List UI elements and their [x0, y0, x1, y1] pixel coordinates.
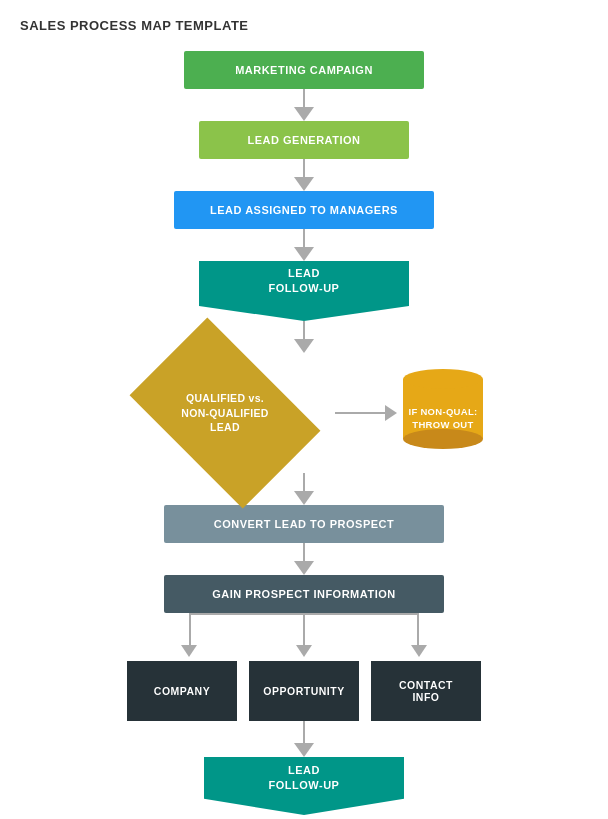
- page-title: SALES PROCESS MAP TEMPLATE: [20, 18, 588, 33]
- arrow-4: [20, 321, 588, 353]
- arrow-5: [20, 473, 588, 505]
- flowchart: MARKETING CAMPAIGN LEAD GENERATION LEAD …: [20, 51, 588, 815]
- arrow-6: [20, 543, 588, 575]
- diamond-col: QUALIFIED vs.NON-QUALIFIEDLEAD: [125, 353, 325, 473]
- arrow-1: [20, 89, 588, 121]
- qualified-row: QUALIFIED vs.NON-QUALIFIEDLEAD IF NON-QU…: [20, 353, 588, 473]
- arrow-2: [20, 159, 588, 191]
- qualified-diamond: QUALIFIED vs.NON-QUALIFIEDLEAD: [125, 353, 325, 473]
- three-boxes-row: COMPANY OPPORTUNITY CONTACT INFO: [20, 661, 588, 721]
- marketing-campaign-box: MARKETING CAMPAIGN: [184, 51, 424, 89]
- arrow-3: [20, 229, 588, 261]
- arrow-7: [20, 721, 588, 757]
- gain-prospect-box: GAIN PROSPECT INFORMATION: [164, 575, 444, 613]
- arrow-right: [335, 405, 397, 421]
- company-box: COMPANY: [127, 661, 237, 721]
- lead-followup-2-box: LEADFOLLOW-UP: [204, 757, 404, 815]
- lead-followup-1-box: LEADFOLLOW-UP: [199, 261, 409, 321]
- contact-info-box: CONTACT INFO: [371, 661, 481, 721]
- non-qual-cylinder: IF NON-QUAL:THROW OUT: [403, 369, 483, 457]
- opportunity-box: OPPORTUNITY: [249, 661, 359, 721]
- lead-generation-box: LEAD GENERATION: [199, 121, 409, 159]
- split-arrow: [134, 613, 474, 661]
- convert-lead-box: CONVERT LEAD TO PROSPECT: [164, 505, 444, 543]
- lead-assigned-box: LEAD ASSIGNED TO MANAGERS: [174, 191, 434, 229]
